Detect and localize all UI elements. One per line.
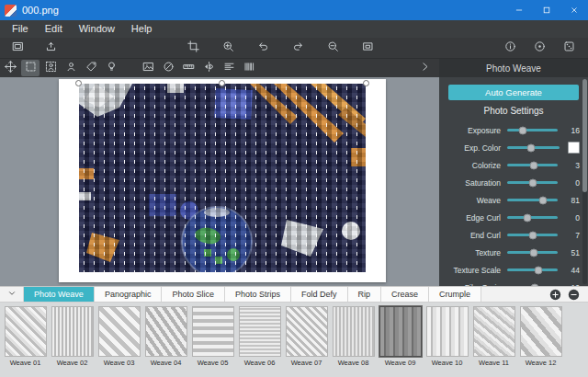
target-button[interactable] xyxy=(529,39,549,57)
flip-tool[interactable] xyxy=(199,60,218,76)
slider-row-film-grain: Film Grain 10 xyxy=(439,279,588,286)
scrollbar-thumb[interactable] xyxy=(582,79,587,192)
preset-strip: Weave 01 Weave 02 Weave 03 Weave 04 Weav… xyxy=(0,303,588,377)
random-button[interactable] xyxy=(559,39,579,57)
idea-tool[interactable] xyxy=(102,60,120,76)
preset-weave-03[interactable]: Weave 03 xyxy=(96,306,141,377)
preset-thumbnail[interactable] xyxy=(5,306,47,357)
woven-photo[interactable] xyxy=(79,84,366,272)
slider-thumb[interactable] xyxy=(528,178,537,187)
minimize-button[interactable] xyxy=(505,0,533,20)
preset-weave-04[interactable]: Weave 04 xyxy=(143,306,188,377)
close-button[interactable] xyxy=(560,0,588,20)
preset-weave-10[interactable]: Weave 10 xyxy=(424,306,469,377)
colorize-slider[interactable] xyxy=(507,164,558,166)
transform-handle-top-center[interactable] xyxy=(219,80,225,86)
texture-slider[interactable] xyxy=(507,251,558,254)
preset-thumbnail[interactable] xyxy=(426,306,469,357)
tab-photo-slice[interactable]: Photo Slice xyxy=(162,287,225,302)
slider-row-texture: Texture 51 xyxy=(439,244,588,261)
texture-scale-slider[interactable] xyxy=(507,268,558,271)
preset-thumbnail[interactable] xyxy=(520,306,562,357)
preset-weave-07[interactable]: Weave 07 xyxy=(284,306,329,377)
mask-person-tool[interactable] xyxy=(41,60,60,76)
slider-thumb[interactable] xyxy=(518,126,526,134)
edge-curl-slider[interactable] xyxy=(507,216,558,219)
document-page[interactable] xyxy=(59,79,386,282)
person-tool[interactable] xyxy=(62,60,80,76)
slider-thumb[interactable] xyxy=(528,231,537,239)
preset-weave-09[interactable]: Weave 09 xyxy=(378,306,423,377)
slider-thumb[interactable] xyxy=(535,266,543,274)
slider-thumb[interactable] xyxy=(529,248,537,257)
exposure-slider[interactable] xyxy=(507,129,558,131)
transform-handle-top-left[interactable] xyxy=(75,80,82,86)
preset-thumbnail[interactable] xyxy=(239,306,281,357)
canvas-size-button[interactable] xyxy=(357,39,378,57)
slider-thumb[interactable] xyxy=(538,196,547,204)
preset-thumbnail[interactable] xyxy=(379,306,422,357)
exp-color-slider[interactable] xyxy=(507,146,560,149)
maximize-button[interactable] xyxy=(533,0,560,20)
zoom-out-button[interactable] xyxy=(322,39,343,57)
preset-thumbnail[interactable] xyxy=(333,306,375,357)
menu-help[interactable]: Help xyxy=(123,20,161,38)
add-preset-button[interactable] xyxy=(549,289,561,301)
tab-fold-defy[interactable]: Fold Defy xyxy=(291,287,348,302)
tab-crease[interactable]: Crease xyxy=(381,287,429,302)
preset-weave-01[interactable]: Weave 01 xyxy=(3,306,48,377)
info-button[interactable] xyxy=(500,39,520,57)
slider-thumb[interactable] xyxy=(526,143,535,152)
preset-weave-12[interactable]: Weave 12 xyxy=(518,306,563,377)
remove-preset-button[interactable] xyxy=(568,289,580,301)
menu-edit[interactable]: Edit xyxy=(37,20,71,38)
zoom-in-button[interactable] xyxy=(218,39,238,57)
slider-thumb[interactable] xyxy=(524,213,532,222)
barcode-tool[interactable] xyxy=(240,60,258,76)
transform-handle-top-right[interactable] xyxy=(363,80,369,86)
preset-thumbnail[interactable] xyxy=(51,306,94,357)
slider-thumb[interactable] xyxy=(531,283,539,286)
panel-scrollbar[interactable] xyxy=(582,79,587,284)
move-tool[interactable] xyxy=(1,60,19,76)
preset-weave-02[interactable]: Weave 02 xyxy=(50,306,95,377)
ruler-tool[interactable] xyxy=(179,60,198,76)
preset-weave-11[interactable]: Weave 11 xyxy=(471,306,516,377)
marquee-select-tool[interactable] xyxy=(21,60,40,76)
preset-thumbnail[interactable] xyxy=(192,306,234,357)
preset-thumbnail[interactable] xyxy=(98,306,141,357)
weave-slider[interactable] xyxy=(507,199,558,201)
tag-icon xyxy=(85,60,97,76)
slider-thumb[interactable] xyxy=(529,161,537,169)
tab-crumple[interactable]: Crumple xyxy=(429,287,481,302)
panel-collapse-button[interactable] xyxy=(415,60,434,76)
auto-generate-button[interactable]: Auto Generate xyxy=(448,85,579,100)
canvas-area[interactable] xyxy=(0,77,439,286)
preset-thumbnail[interactable] xyxy=(145,306,187,357)
tab-rip[interactable]: Rip xyxy=(348,287,382,302)
new-image-button[interactable] xyxy=(7,39,28,57)
collapse-strip-button[interactable] xyxy=(0,287,24,302)
tab-panographic[interactable]: Panographic xyxy=(95,287,163,302)
align-tool[interactable] xyxy=(220,60,238,76)
crop-button[interactable] xyxy=(183,39,203,57)
image-tool[interactable] xyxy=(139,60,157,76)
tag-tool[interactable] xyxy=(82,60,100,76)
saturation-slider[interactable] xyxy=(507,181,558,184)
preset-weave-08[interactable]: Weave 08 xyxy=(331,306,376,377)
none-tool[interactable] xyxy=(159,60,177,76)
end-curl-slider[interactable] xyxy=(507,234,558,236)
menu-file[interactable]: File xyxy=(4,20,37,38)
redo-button[interactable] xyxy=(288,39,308,57)
undo-button[interactable] xyxy=(253,39,273,57)
export-button[interactable] xyxy=(40,39,61,57)
preset-thumbnail[interactable] xyxy=(286,306,328,357)
color-swatch[interactable] xyxy=(568,142,580,154)
slider-value: 10 xyxy=(563,283,580,287)
preset-weave-05[interactable]: Weave 05 xyxy=(190,306,235,377)
menu-window[interactable]: Window xyxy=(71,20,123,38)
preset-weave-06[interactable]: Weave 06 xyxy=(237,306,282,377)
tab-photo-strips[interactable]: Photo Strips xyxy=(225,287,291,302)
preset-thumbnail[interactable] xyxy=(473,306,515,357)
tab-photo-weave[interactable]: Photo Weave xyxy=(24,287,95,302)
